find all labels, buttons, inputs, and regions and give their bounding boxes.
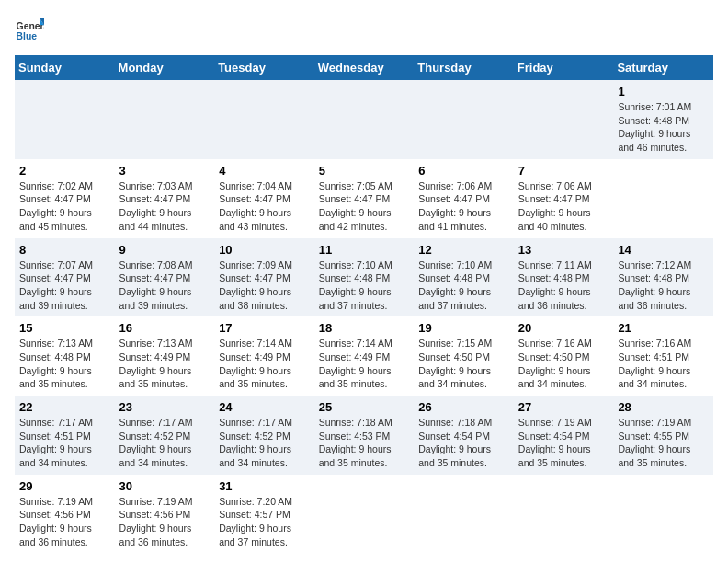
week-row-6: 29 Sunrise: 7:19 AMSunset: 4:56 PMDaylig… xyxy=(15,475,713,554)
column-header-thursday: Thursday xyxy=(414,55,514,80)
day-number: 21 xyxy=(618,321,709,335)
svg-text:Blue: Blue xyxy=(17,31,38,41)
day-info: Sunrise: 7:18 AMSunset: 4:54 PMDaylight:… xyxy=(418,417,492,468)
day-cell xyxy=(314,475,415,554)
logo: General Blue xyxy=(15,15,44,44)
column-header-monday: Monday xyxy=(115,55,215,80)
day-info: Sunrise: 7:05 AMSunset: 4:47 PMDaylight:… xyxy=(319,180,392,232)
day-cell: 18 Sunrise: 7:14 AMSunset: 4:49 PMDaylig… xyxy=(314,316,415,396)
day-cell: 8 Sunrise: 7:07 AMSunset: 4:47 PMDayligh… xyxy=(15,238,115,317)
day-cell: 23 Sunrise: 7:17 AMSunset: 4:52 PMDaylig… xyxy=(115,396,215,475)
day-info: Sunrise: 7:10 AMSunset: 4:48 PMDaylight:… xyxy=(319,259,392,311)
day-info: Sunrise: 7:04 AMSunset: 4:47 PMDaylight:… xyxy=(219,180,292,232)
day-cell: 28 Sunrise: 7:19 AMSunset: 4:55 PMDaylig… xyxy=(613,396,713,475)
day-cell: 1 Sunrise: 7:01 AMSunset: 4:48 PMDayligh… xyxy=(613,80,713,159)
day-number: 13 xyxy=(518,243,609,257)
day-info: Sunrise: 7:10 AMSunset: 4:48 PMDaylight:… xyxy=(418,259,492,311)
day-number: 7 xyxy=(518,164,609,178)
day-info: Sunrise: 7:06 AMSunset: 4:47 PMDaylight:… xyxy=(418,180,492,232)
day-info: Sunrise: 7:02 AMSunset: 4:47 PMDaylight:… xyxy=(19,180,93,232)
day-info: Sunrise: 7:17 AMSunset: 4:51 PMDaylight:… xyxy=(19,417,93,468)
day-number: 1 xyxy=(618,85,709,98)
day-cell: 5 Sunrise: 7:05 AMSunset: 4:47 PMDayligh… xyxy=(314,159,415,238)
day-number: 17 xyxy=(219,321,310,335)
logo-icon: General Blue xyxy=(15,15,44,44)
day-info: Sunrise: 7:12 AMSunset: 4:48 PMDaylight:… xyxy=(618,259,691,311)
day-info: Sunrise: 7:16 AMSunset: 4:50 PMDaylight:… xyxy=(518,338,592,389)
day-cell: 15 Sunrise: 7:13 AMSunset: 4:48 PMDaylig… xyxy=(15,316,115,396)
day-number: 12 xyxy=(418,243,509,257)
week-row-1: 1 Sunrise: 7:01 AMSunset: 4:48 PMDayligh… xyxy=(15,80,713,159)
day-number: 29 xyxy=(19,479,110,493)
day-info: Sunrise: 7:03 AMSunset: 4:47 PMDaylight:… xyxy=(119,180,193,232)
day-info: Sunrise: 7:14 AMSunset: 4:49 PMDaylight:… xyxy=(319,338,392,389)
day-number: 18 xyxy=(319,321,410,335)
day-info: Sunrise: 7:17 AMSunset: 4:52 PMDaylight:… xyxy=(219,417,292,468)
day-cell: 22 Sunrise: 7:17 AMSunset: 4:51 PMDaylig… xyxy=(15,396,115,475)
day-number: 6 xyxy=(418,164,509,178)
week-row-4: 15 Sunrise: 7:13 AMSunset: 4:48 PMDaylig… xyxy=(15,316,713,396)
day-cell xyxy=(314,80,415,159)
week-row-2: 2 Sunrise: 7:02 AMSunset: 4:47 PMDayligh… xyxy=(15,159,713,238)
day-info: Sunrise: 7:18 AMSunset: 4:53 PMDaylight:… xyxy=(319,417,392,468)
day-info: Sunrise: 7:16 AMSunset: 4:51 PMDaylight:… xyxy=(618,338,691,389)
day-info: Sunrise: 7:19 AMSunset: 4:54 PMDaylight:… xyxy=(518,417,592,468)
day-cell xyxy=(613,475,713,554)
day-info: Sunrise: 7:09 AMSunset: 4:47 PMDaylight:… xyxy=(219,259,292,311)
day-number: 28 xyxy=(618,400,709,414)
header-row: SundayMondayTuesdayWednesdayThursdayFrid… xyxy=(15,55,713,80)
day-info: Sunrise: 7:11 AMSunset: 4:48 PMDaylight:… xyxy=(518,259,592,311)
day-number: 20 xyxy=(518,321,609,335)
page-header: General Blue xyxy=(15,15,713,44)
day-cell: 6 Sunrise: 7:06 AMSunset: 4:47 PMDayligh… xyxy=(414,159,514,238)
day-cell: 19 Sunrise: 7:15 AMSunset: 4:50 PMDaylig… xyxy=(414,316,514,396)
day-info: Sunrise: 7:15 AMSunset: 4:50 PMDaylight:… xyxy=(418,338,492,389)
day-cell: 13 Sunrise: 7:11 AMSunset: 4:48 PMDaylig… xyxy=(514,238,614,317)
day-number: 8 xyxy=(19,243,110,257)
day-cell: 7 Sunrise: 7:06 AMSunset: 4:47 PMDayligh… xyxy=(514,159,614,238)
day-info: Sunrise: 7:13 AMSunset: 4:49 PMDaylight:… xyxy=(119,338,193,389)
day-cell: 21 Sunrise: 7:16 AMSunset: 4:51 PMDaylig… xyxy=(613,316,713,396)
day-number: 3 xyxy=(119,164,210,178)
column-header-sunday: Sunday xyxy=(15,55,115,80)
day-number: 16 xyxy=(119,321,210,335)
day-info: Sunrise: 7:13 AMSunset: 4:48 PMDaylight:… xyxy=(19,338,93,389)
day-info: Sunrise: 7:08 AMSunset: 4:47 PMDaylight:… xyxy=(119,259,193,311)
day-cell: 2 Sunrise: 7:02 AMSunset: 4:47 PMDayligh… xyxy=(15,159,115,238)
day-number: 4 xyxy=(219,164,310,178)
day-info: Sunrise: 7:14 AMSunset: 4:49 PMDaylight:… xyxy=(219,338,292,389)
day-number: 10 xyxy=(219,243,310,257)
day-cell: 14 Sunrise: 7:12 AMSunset: 4:48 PMDaylig… xyxy=(613,238,713,317)
day-cell xyxy=(514,475,614,554)
day-cell: 12 Sunrise: 7:10 AMSunset: 4:48 PMDaylig… xyxy=(414,238,514,317)
week-row-3: 8 Sunrise: 7:07 AMSunset: 4:47 PMDayligh… xyxy=(15,238,713,317)
day-info: Sunrise: 7:06 AMSunset: 4:47 PMDaylight:… xyxy=(518,180,592,232)
day-info: Sunrise: 7:19 AMSunset: 4:56 PMDaylight:… xyxy=(119,496,193,547)
day-number: 27 xyxy=(518,400,609,414)
day-info: Sunrise: 7:17 AMSunset: 4:52 PMDaylight:… xyxy=(119,417,193,468)
day-number: 15 xyxy=(19,321,110,335)
day-cell xyxy=(613,159,713,238)
day-cell: 10 Sunrise: 7:09 AMSunset: 4:47 PMDaylig… xyxy=(214,238,314,317)
day-number: 24 xyxy=(219,400,310,414)
day-cell: 9 Sunrise: 7:08 AMSunset: 4:47 PMDayligh… xyxy=(115,238,215,317)
day-number: 9 xyxy=(119,243,210,257)
day-number: 23 xyxy=(119,400,210,414)
day-cell: 24 Sunrise: 7:17 AMSunset: 4:52 PMDaylig… xyxy=(214,396,314,475)
day-cell xyxy=(115,80,215,159)
day-info: Sunrise: 7:20 AMSunset: 4:57 PMDaylight:… xyxy=(219,496,292,547)
day-number: 30 xyxy=(119,479,210,493)
day-cell: 16 Sunrise: 7:13 AMSunset: 4:49 PMDaylig… xyxy=(115,316,215,396)
day-number: 2 xyxy=(19,164,110,178)
day-cell xyxy=(514,80,614,159)
day-number: 5 xyxy=(319,164,410,178)
day-cell: 20 Sunrise: 7:16 AMSunset: 4:50 PMDaylig… xyxy=(514,316,614,396)
day-number: 26 xyxy=(418,400,509,414)
day-number: 14 xyxy=(618,243,709,257)
column-header-wednesday: Wednesday xyxy=(314,55,415,80)
day-number: 31 xyxy=(219,479,310,493)
day-cell: 31 Sunrise: 7:20 AMSunset: 4:57 PMDaylig… xyxy=(214,475,314,554)
week-row-5: 22 Sunrise: 7:17 AMSunset: 4:51 PMDaylig… xyxy=(15,396,713,475)
day-cell: 29 Sunrise: 7:19 AMSunset: 4:56 PMDaylig… xyxy=(15,475,115,554)
day-cell: 11 Sunrise: 7:10 AMSunset: 4:48 PMDaylig… xyxy=(314,238,415,317)
